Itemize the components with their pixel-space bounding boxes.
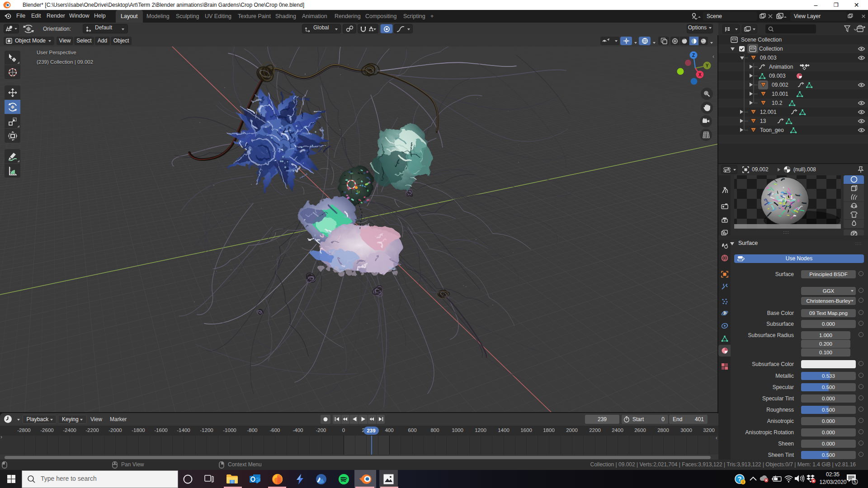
svg-text:Z: Z xyxy=(692,53,695,58)
svg-text:i: i xyxy=(742,480,744,484)
svg-text:Y: Y xyxy=(706,63,709,68)
svg-text:5: 5 xyxy=(854,479,856,484)
svg-text:X: X xyxy=(698,72,702,77)
